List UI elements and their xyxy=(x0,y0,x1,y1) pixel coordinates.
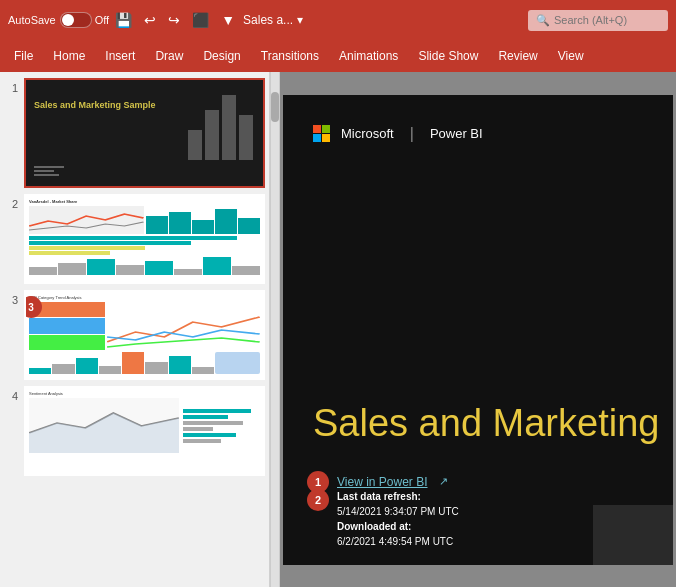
downloaded-label: Downloaded at: xyxy=(337,521,411,532)
autosave-label: AutoSave xyxy=(8,14,56,26)
titlebar-left: AutoSave Off 💾 ↩ ↪ ⬛ ▼ xyxy=(8,10,237,30)
more-icon[interactable]: ▼ xyxy=(219,10,237,30)
ms-sq-3 xyxy=(313,134,321,142)
slide-panel[interactable]: 1 Sales and Marketing Sample xyxy=(0,72,270,587)
thumb-4-wave xyxy=(29,398,179,453)
thumb-3-bars xyxy=(29,352,260,374)
content-area: Microsoft | Power BI Sales and Marketing… xyxy=(280,72,676,587)
t3-svg xyxy=(107,302,260,350)
undo-icon[interactable]: ↩ xyxy=(142,10,158,30)
link-arrow-icon: ↗ xyxy=(439,475,448,488)
menu-insert[interactable]: Insert xyxy=(95,45,145,67)
main-slide-inner: Microsoft | Power BI Sales and Marketing… xyxy=(283,95,673,565)
menu-transitions[interactable]: Transitions xyxy=(251,45,329,67)
bb-3 xyxy=(87,259,115,275)
lb-2 xyxy=(29,241,191,245)
bar-3 xyxy=(222,95,236,160)
menu-view[interactable]: View xyxy=(548,45,594,67)
menu-slideshow[interactable]: Slide Show xyxy=(408,45,488,67)
menu-file[interactable]: File xyxy=(4,45,43,67)
toggle-state: Off xyxy=(95,14,109,26)
thumb-2-long-bars xyxy=(29,236,260,255)
bb-6 xyxy=(174,269,202,275)
slide-thumb-4[interactable]: Sentiment Analysis xyxy=(24,386,265,476)
redo-icon[interactable]: ↪ xyxy=(166,10,182,30)
autosave-toggle[interactable]: Off xyxy=(60,12,109,28)
present-icon[interactable]: ⬛ xyxy=(190,10,211,30)
titlebar-icons: 💾 ↩ ↪ ⬛ ▼ xyxy=(113,10,237,30)
thumb-2-line-chart xyxy=(29,206,144,234)
file-title: Sales a... xyxy=(243,13,293,27)
bar-4 xyxy=(239,115,253,160)
line-2 xyxy=(34,170,54,172)
microsoft-logo xyxy=(313,125,331,143)
bottom-right-dark xyxy=(593,505,673,565)
thumb-1-title: Sales and Marketing Sample xyxy=(34,100,156,112)
toggle-track[interactable] xyxy=(60,12,92,28)
thumb-4-hbars xyxy=(181,398,260,453)
scrollbar-thumb[interactable] xyxy=(271,92,279,122)
t3-bar-3 xyxy=(76,358,98,374)
bb-1 xyxy=(29,267,57,275)
tb-3 xyxy=(192,220,214,234)
slide-row-2: 2 VanArsdel - Market Share xyxy=(4,194,265,284)
badge-circle-2: 2 xyxy=(307,489,329,511)
title-bar: AutoSave Off 💾 ↩ ↪ ⬛ ▼ Sales a... ▾ 🔍 xyxy=(0,0,676,40)
lb-1 xyxy=(29,236,237,240)
thumb-1-bars xyxy=(188,90,253,160)
slide-main-title: Sales and Marketing xyxy=(313,403,663,445)
toggle-knob xyxy=(62,14,74,26)
slide-info-text: Last data refresh: 5/14/2021 9:34:07 PM … xyxy=(337,489,459,549)
ms-sq-2 xyxy=(322,125,330,133)
downloaded-value: 6/2/2021 4:49:54 PM UTC xyxy=(337,536,453,547)
thumb-4-title: Sentiment Analysis xyxy=(29,391,260,396)
thumb-2-header: VanArsdel - Market Share xyxy=(29,199,260,204)
view-powerbi-link[interactable]: View in Power BI xyxy=(337,475,428,489)
menu-review[interactable]: Review xyxy=(488,45,547,67)
line-1 xyxy=(34,166,64,168)
t3-map xyxy=(215,352,260,374)
panel-scrollbar[interactable] xyxy=(270,72,280,587)
t3-bar-8 xyxy=(192,367,214,374)
last-refresh-label: Last data refresh: xyxy=(337,491,421,502)
menu-animations[interactable]: Animations xyxy=(329,45,408,67)
bb-7 xyxy=(203,257,231,275)
search-box[interactable]: 🔍 xyxy=(528,10,668,31)
thumb-4-content: Sentiment Analysis xyxy=(26,388,263,474)
slide-row-3: 3 3 YTD Category Trend Analysis xyxy=(4,290,265,380)
thumb-3-title: YTD Category Trend Analysis xyxy=(29,295,260,300)
slide-top: Microsoft | Power BI xyxy=(313,125,643,143)
hb-5 xyxy=(183,433,236,437)
hb-3 xyxy=(183,421,243,425)
lb-4 xyxy=(29,251,110,255)
line-svg xyxy=(29,206,144,234)
t4-svg xyxy=(29,398,179,453)
t3-b3 xyxy=(29,335,105,350)
slide-thumb-1[interactable]: Sales and Marketing Sample xyxy=(24,78,265,188)
slide-thumb-3[interactable]: 3 YTD Category Trend Analysis xyxy=(24,290,265,380)
separator: | xyxy=(410,125,414,143)
thumb-3-lines xyxy=(107,302,260,350)
bb-5 xyxy=(145,261,173,275)
thumb-2-bar-chart xyxy=(146,206,261,234)
slide-row-4: 4 Sentiment Analysis xyxy=(4,386,265,476)
t3-bar-6 xyxy=(145,362,167,374)
menu-draw[interactable]: Draw xyxy=(145,45,193,67)
search-input[interactable] xyxy=(554,14,654,26)
slide-row-1: 1 Sales and Marketing Sample xyxy=(4,78,265,188)
hb-6 xyxy=(183,439,221,443)
tb-1 xyxy=(146,216,168,234)
ms-sq-1 xyxy=(313,125,321,133)
hb-2 xyxy=(183,415,228,419)
main-slide: Microsoft | Power BI Sales and Marketing… xyxy=(283,95,673,565)
save-icon[interactable]: 💾 xyxy=(113,10,134,30)
svg-marker-0 xyxy=(29,413,179,453)
title-dropdown-icon[interactable]: ▾ xyxy=(297,13,303,27)
bb-8 xyxy=(232,266,260,275)
bar-1 xyxy=(188,130,202,160)
menu-design[interactable]: Design xyxy=(193,45,250,67)
slide-num-1: 1 xyxy=(4,78,18,94)
t3-b2 xyxy=(29,318,105,333)
menu-home[interactable]: Home xyxy=(43,45,95,67)
slide-thumb-2[interactable]: VanArsdel - Market Share xyxy=(24,194,265,284)
